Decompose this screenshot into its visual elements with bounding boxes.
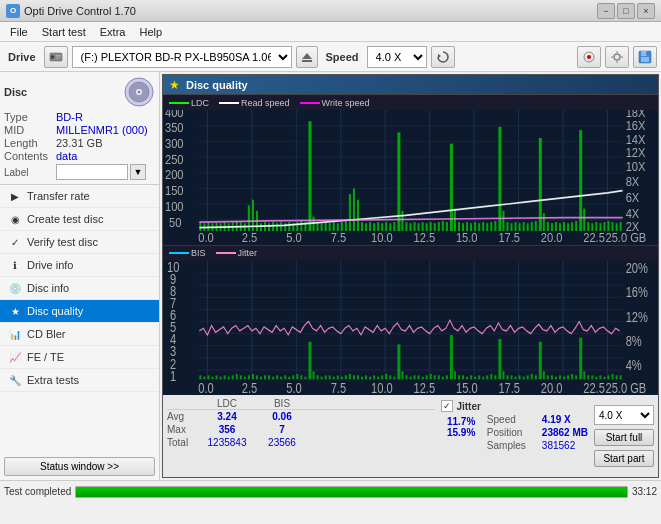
svg-rect-292 [535,375,537,379]
svg-rect-236 [308,341,311,379]
disc-label-btn[interactable]: ▼ [130,164,146,180]
svg-rect-129 [486,223,488,231]
drive-select[interactable]: (F:) PLEXTOR BD-R PX-LB950SA 1.06 [72,46,292,68]
speed-label-static: Speed [487,414,539,425]
write-speed-legend-label: Write speed [322,98,370,108]
svg-rect-227 [272,376,274,379]
menu-help[interactable]: Help [133,25,168,39]
disc-mid-key: MID [4,124,56,136]
sidebar: Disc Type BD-R MID MILLENMR1 (000) Lengt… [0,72,160,480]
start-part-button[interactable]: Start part [594,450,654,467]
svg-rect-151 [575,221,577,231]
svg-text:12.5: 12.5 [414,231,436,245]
sidebar-item-verify-test-disc[interactable]: ✓ Verify test disc [0,231,159,254]
svg-rect-97 [357,200,359,231]
eject-btn[interactable] [296,46,318,68]
read-speed-legend-label: Read speed [241,98,290,108]
sidebar-item-label: CD Bler [27,328,66,340]
sidebar-item-transfer-rate[interactable]: ▶ Transfer rate [0,185,159,208]
drive-icon-btn[interactable] [44,46,68,68]
disc-label-input[interactable] [56,164,128,180]
svg-text:16%: 16% [626,283,649,300]
svg-rect-14 [621,56,623,57]
svg-rect-110 [409,223,411,231]
close-button[interactable]: × [637,3,655,19]
speed-select[interactable]: 4.0 X [367,46,427,68]
speed-label: Speed [322,51,363,63]
menu-file[interactable]: File [4,25,34,39]
svg-rect-283 [498,339,501,379]
jitter-check-label: Jitter [456,401,480,412]
svg-rect-238 [317,375,319,379]
svg-text:15.0: 15.0 [456,231,478,245]
svg-text:4%: 4% [626,356,642,373]
svg-text:16X: 16X [626,119,646,133]
svg-rect-88 [321,223,323,231]
svg-text:150: 150 [165,184,184,198]
sidebar-item-fe-te[interactable]: 📈 FE / TE [0,346,159,369]
status-window-btn[interactable]: Status window >> [4,457,155,476]
svg-rect-75 [268,223,270,231]
svg-rect-96 [353,188,355,231]
svg-text:22.5: 22.5 [583,231,605,245]
sidebar-item-extra-tests[interactable]: 🔧 Extra tests [0,369,159,392]
save-btn[interactable] [633,46,657,68]
settings-btn[interactable] [605,46,629,68]
svg-rect-108 [401,211,403,231]
svg-rect-260 [405,375,407,379]
svg-rect-77 [276,223,278,231]
sidebar-item-drive-info[interactable]: ℹ Drive info [0,254,159,277]
legend-write-speed: Write speed [300,98,370,108]
top-chart-area: 400 350 300 250 200 150 100 50 18X 16X 1… [163,110,658,246]
svg-rect-3 [56,55,61,57]
sidebar-item-disc-quality[interactable]: ★ Disc quality [0,300,159,323]
drive-label: Drive [4,51,40,63]
svg-text:8X: 8X [626,175,640,189]
svg-rect-224 [260,376,262,379]
bis-legend-label: BIS [191,248,206,258]
svg-rect-215 [224,375,226,379]
burn-btn[interactable] [577,46,601,68]
menu-extra[interactable]: Extra [94,25,132,39]
position-val: 23862 MB [542,427,588,438]
menu-start-test[interactable]: Start test [36,25,92,39]
app-title: Opti Drive Control 1.70 [24,5,136,17]
cd-bler-icon: 📊 [8,327,22,341]
sidebar-item-disc-info[interactable]: 💿 Disc info [0,277,159,300]
svg-point-22 [138,91,141,94]
svg-rect-213 [216,375,218,379]
svg-text:20%: 20% [626,261,649,276]
svg-rect-239 [321,376,323,379]
disc-quality-icon: ★ [8,304,22,318]
sidebar-item-create-test-disc[interactable]: ◉ Create test disc [0,208,159,231]
svg-rect-291 [531,373,533,378]
sidebar-item-cd-bler[interactable]: 📊 CD Bler [0,323,159,346]
jitter-legend-label: Jitter [238,248,258,258]
svg-rect-294 [543,371,545,379]
disc-quality-header: ★ Disc quality [163,75,658,95]
progress-bar-fill [76,487,627,497]
disc-contents-val: data [56,150,77,162]
bis-legend-color [169,252,189,254]
svg-text:300: 300 [165,137,184,151]
disc-graphic [123,76,155,108]
sidebar-item-label: Transfer rate [27,190,90,202]
titlebar-left: O Opti Drive Control 1.70 [6,4,136,18]
samples-label: Samples [487,440,539,451]
svg-rect-117 [438,222,440,231]
svg-rect-148 [563,222,565,231]
jitter-checkbox[interactable]: ✓ [441,400,453,412]
total-label: Total [167,437,197,448]
sidebar-item-label: Extra tests [27,374,79,386]
start-full-button[interactable]: Start full [594,429,654,446]
svg-rect-270 [446,375,448,379]
max-label: Max [167,424,197,435]
minimize-button[interactable]: − [597,3,615,19]
maximize-button[interactable]: □ [617,3,635,19]
speed-dropdown[interactable]: 4.0 X [594,405,654,425]
svg-rect-89 [325,222,327,231]
svg-text:5.0: 5.0 [286,231,302,245]
svg-text:8%: 8% [626,332,642,349]
refresh-btn[interactable] [431,46,455,68]
svg-rect-261 [409,376,411,379]
